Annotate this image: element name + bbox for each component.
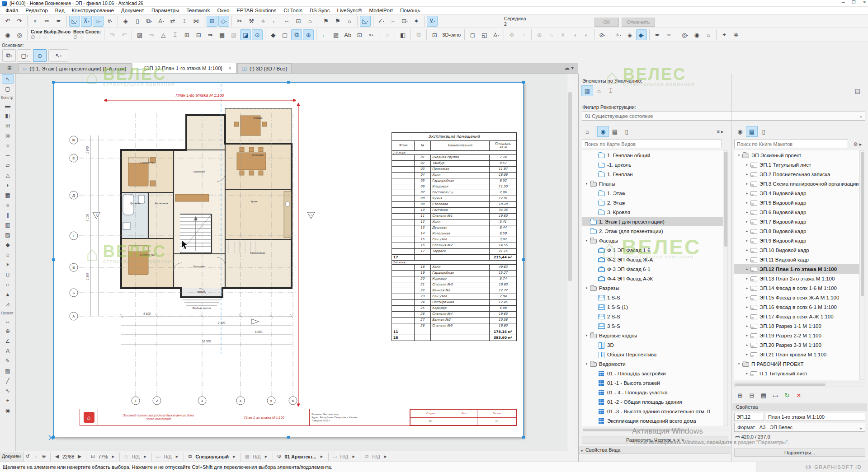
statusbar-icon[interactable]: ▸ — [141, 453, 149, 459]
guide-lines-button[interactable]: ◺▾ — [69, 16, 80, 27]
zone-tool[interactable]: ▨ — [2, 230, 14, 239]
lock-view-button[interactable]: ⊘▾ — [597, 29, 608, 40]
layout-settings-button[interactable]: ▭ — [770, 390, 781, 401]
tree-item[interactable]: 3D — [582, 340, 723, 350]
tree-item[interactable]: ▸ЭП.6 Видовой кадр — [734, 207, 859, 217]
inject-parameters-button[interactable]: ✒ — [53, 16, 64, 27]
expander-icon[interactable]: ▸ — [744, 343, 750, 347]
redo-view-button[interactable]: ↷ — [107, 29, 118, 40]
tree-item[interactable]: 2 S-S — [582, 312, 723, 321]
cutaway-button[interactable]: ♙▾ — [156, 16, 166, 27]
delete-item-button[interactable]: ✕ — [793, 390, 804, 401]
trace-reference-button[interactable]: ⧉▾ — [144, 16, 155, 27]
expander-icon[interactable]: ▸ — [744, 353, 750, 356]
expander-icon[interactable]: ▸ — [744, 324, 750, 328]
tree-item[interactable]: 01 - 4 - Площадь участка — [582, 388, 723, 397]
tree-item[interactable]: 1. Генплан общий — [582, 150, 723, 160]
master-layout-combo[interactable]: Формат - А3 - ЭП Велес▸ — [734, 423, 865, 432]
clone-button[interactable]: ⧉ — [413, 29, 424, 40]
fillet-button[interactable]: ⌣ — [281, 16, 292, 27]
menu-item[interactable]: Вид — [52, 8, 68, 13]
tree-item[interactable]: ▸ЭП.21 План кровли М 1:100 — [734, 350, 859, 359]
render-scene-button[interactable]: ⌂ — [546, 29, 557, 40]
expander-icon[interactable]: ▾ — [736, 362, 742, 366]
tree-item[interactable]: 1. Этаж ( для презентации) — [582, 217, 723, 226]
ok-button[interactable]: ОК — [594, 18, 619, 27]
tree-item[interactable]: 1. Этаж — [582, 188, 723, 198]
beam-tool[interactable]: ─ — [2, 150, 14, 160]
all-layers-icon[interactable]: ◌ — [80, 34, 84, 40]
tree-item[interactable]: ▸ЭП.3 Схема планировочной организации уч — [734, 179, 859, 188]
ramp-tool[interactable]: ⊿ — [2, 299, 14, 309]
shading-button[interactable]: ◑ — [569, 29, 580, 40]
walk-mode-button[interactable]: ✥ — [506, 29, 517, 40]
magnet-button[interactable]: ⊙ — [33, 49, 47, 62]
special-snap-button[interactable]: ⊻▾ — [427, 16, 438, 27]
quad-view-button[interactable]: ⊞ — [4, 64, 15, 73]
tree-item[interactable]: 2. Этаж (для презентации) — [582, 226, 723, 236]
cancel-button[interactable]: Отменить — [622, 18, 655, 27]
statusbar-icon[interactable]: ▸ — [173, 453, 181, 459]
roof-display-button[interactable]: △ — [158, 29, 169, 40]
curtain-wall-tool[interactable]: ▥ — [2, 220, 14, 229]
layer-dialog-button[interactable]: ◎ — [14, 29, 25, 40]
fill-tool[interactable]: ▧ — [2, 366, 14, 375]
grid-fill-button[interactable]: ⊞ — [181, 29, 192, 40]
tree-item[interactable]: 01 -3 - Высота здания относительно отм. … — [582, 407, 723, 416]
magic-wand-button[interactable]: ✶ — [411, 16, 422, 27]
menu-item[interactable]: LiveSync® — [333, 8, 365, 13]
document-button[interactable]: Докумен — [0, 452, 24, 462]
bimx-button[interactable]: ⌂ — [703, 29, 714, 40]
morph-tool[interactable]: ◆ — [2, 240, 14, 249]
level-dimension-tool[interactable]: ⊕ — [2, 326, 14, 336]
snap-reference-button[interactable]: ⌂▾ — [93, 16, 104, 27]
adjust-button[interactable]: ⚒ — [246, 16, 257, 27]
drop-marker-button[interactable]: ◆ — [268, 29, 278, 40]
tree-item[interactable]: ▾Видовые кадры — [582, 331, 723, 340]
expander-icon[interactable]: ▾ — [584, 286, 590, 290]
render-sun-button[interactable]: ☀ — [557, 29, 568, 40]
selection-mode-button[interactable]: ▢▾ — [18, 49, 31, 62]
expander-icon[interactable]: ▾ — [584, 334, 590, 337]
pen-set-alt-button[interactable]: ✒ — [664, 29, 675, 40]
tree-item[interactable]: ▾Ведомости — [582, 359, 723, 369]
gravity-button[interactable]: ◈ — [120, 16, 131, 27]
expander-icon[interactable]: ▾ — [584, 362, 590, 366]
tree-item[interactable]: ▸П.1 Титульный лист — [734, 369, 859, 378]
tree-item[interactable]: ▸ЭП.13 План 2-го этажа М 1:100 — [734, 274, 859, 283]
fit-view-icon[interactable]: ⊡ — [89, 453, 97, 459]
hotspot-tool[interactable]: + — [2, 396, 14, 405]
expander-icon[interactable]: ▸ — [744, 229, 750, 233]
tree-item[interactable]: ▾Разрезы — [582, 283, 723, 293]
menu-item[interactable]: Окно — [214, 8, 233, 13]
layers-of-selected-icon[interactable]: ◌ — [38, 34, 41, 40]
expander-icon[interactable]: ▸ — [744, 248, 750, 252]
tree-item[interactable]: ▸ЭП.2 Пояснительная записка — [734, 169, 859, 179]
spell-check-button[interactable]: Ab — [342, 29, 353, 40]
statusbar-value[interactable]: 01 Архитект... — [283, 454, 318, 459]
arrow-tool[interactable]: ↖ — [2, 74, 14, 84]
contrast-button[interactable]: ◐ — [581, 29, 592, 40]
statusbar-value[interactable]: Специальный — [194, 454, 230, 459]
tree-item[interactable]: ▸ЭП.9 Видовой кадр — [734, 236, 859, 245]
pen-set-status-icon[interactable]: ⧉ — [186, 453, 194, 459]
origin-fill-button[interactable]: ⊙ — [252, 29, 263, 40]
expander-icon[interactable]: ▸ — [744, 305, 750, 309]
spline-tool[interactable]: ∿ — [2, 386, 14, 395]
leader-button[interactable]: ➳ — [366, 29, 377, 40]
expander-icon[interactable]: ▸ — [744, 315, 750, 318]
layout-counter[interactable]: 22/88 — [61, 454, 75, 459]
tree-item[interactable]: ▸ЭП.17 Фасад в осях А-Ж 1:100 — [734, 312, 859, 321]
region-button[interactable]: ▢ — [279, 29, 290, 40]
tree-item[interactable]: ▸ЭП.19 Разрез 2-2 М 1:100 — [734, 331, 859, 340]
nav-zoom-out-icon[interactable]: ⌕ — [32, 453, 40, 459]
menu-item[interactable]: Файл — [2, 8, 22, 13]
menu-item[interactable]: Параметры — [148, 8, 183, 13]
menu-item[interactable]: Помощь — [396, 8, 424, 13]
offset-button[interactable]: ⌂ — [305, 16, 316, 27]
layout-book-hscrollbar[interactable] — [734, 383, 865, 387]
expander-icon[interactable]: ▸ — [744, 372, 750, 375]
door-tool[interactable]: ◧ — [2, 111, 14, 120]
mirror-button[interactable]: ◧ — [397, 29, 408, 40]
tree-item[interactable]: 3. Кровля — [582, 207, 723, 217]
